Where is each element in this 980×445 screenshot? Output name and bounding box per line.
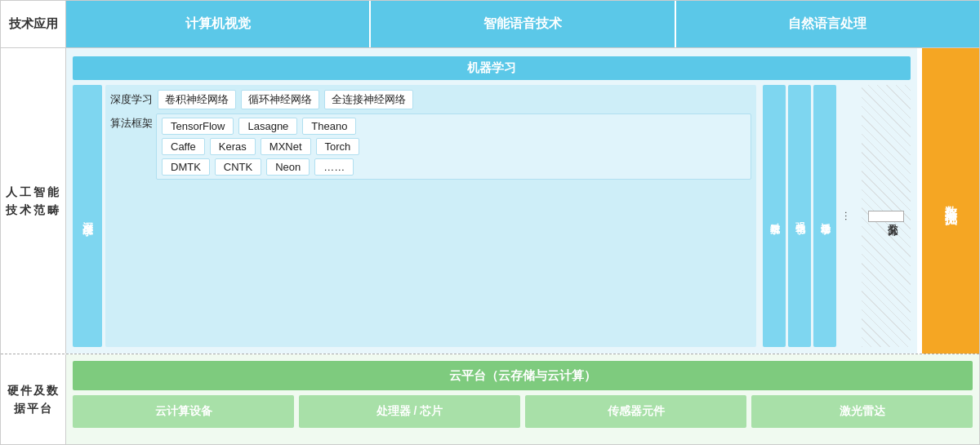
right-label-transfer: 迁移学习 <box>813 85 836 347</box>
dl-type-cnn: 卷积神经网络 <box>158 90 236 109</box>
algo-keras: Keras <box>210 138 256 155</box>
tech-cell-cv: 计算机视觉 <box>66 1 371 47</box>
algo-caffe: Caffe <box>162 138 205 155</box>
tech-cell-nlp: 自然语言处理 <box>676 1 979 47</box>
hw-cell-sensor: 传感器元件 <box>525 395 746 428</box>
crosshatch-col: 交叉部分 <box>862 85 911 347</box>
right-label-dots: … <box>839 85 858 347</box>
hw-cells-row: 云计算设备 处理器 / 芯片 传感器元件 激光雷达 <box>73 395 973 428</box>
crosshatch-label: 交叉部分 <box>868 211 904 222</box>
algo-dmtk: DMTK <box>162 158 210 176</box>
data-mining-col: 数据挖掘 <box>922 48 979 354</box>
hw-cell-processor: 处理器 / 芯片 <box>299 395 520 428</box>
algo-neon: Neon <box>266 158 310 176</box>
dl-types-row: 深度学习 卷积神经网络 循环神经网络 全连接神经网络 <box>110 90 751 109</box>
dl-types-label: 深度学习 <box>110 92 153 107</box>
section-tech-app: 技术应用 计算机视觉 智能语音技术 自然语言处理 <box>1 1 979 48</box>
dl-type-fcnn: 全连接神经网络 <box>324 90 413 109</box>
algo-theano: Theano <box>302 118 356 135</box>
machine-learning-header: 机器学习 <box>73 56 911 80</box>
hw-cell-lidar: 激光雷达 <box>751 395 973 428</box>
cloud-platform-row: 云平台（云存储与云计算） <box>73 361 973 390</box>
dl-type-rnn: 循环神经网络 <box>241 90 319 109</box>
section-hardware: 硬件及数 据平台 云平台（云存储与云计算） 云计算设备 处理器 / 芯片 传感器… <box>1 354 979 444</box>
tech-app-cells: 计算机视觉 智能语音技术 自然语言处理 <box>66 1 979 47</box>
right-labels: 对抗学习 强化学习 迁移学习 … <box>763 85 858 347</box>
section-ai: 人工智能 技术范畴 机器学习 深度学习 深度学习 卷积神经网络 循环神经网络 全… <box>1 48 979 354</box>
algo-mxnet: MXNet <box>261 138 311 155</box>
right-label-reinforcement: 强化学习 <box>788 85 811 347</box>
deep-learning-label: 深度学习 <box>73 85 102 347</box>
algo-label: 算法框架 <box>110 113 153 131</box>
algo-lasagne: Lasagne <box>238 118 297 135</box>
algo-framework: 算法框架 TensorFlow Lasagne Theano Caffe <box>110 113 751 180</box>
algo-torch: Torch <box>316 138 360 155</box>
algo-row-1: TensorFlow Lasagne Theano <box>162 118 746 135</box>
hw-content: 云平台（云存储与云计算） 云计算设备 处理器 / 芯片 传感器元件 激光雷达 <box>66 354 979 444</box>
algo-tensorflow: TensorFlow <box>162 118 234 135</box>
algo-grid: TensorFlow Lasagne Theano Caffe Keras MX… <box>156 113 751 180</box>
dl-inner: 深度学习 卷积神经网络 循环神经网络 全连接神经网络 算法框架 TensorFl… <box>105 85 756 347</box>
algo-row-2: Caffe Keras MXNet Torch <box>162 138 746 155</box>
tech-app-label: 技术应用 <box>1 1 66 47</box>
algo-more: …… <box>314 158 354 176</box>
hw-cell-cloud: 云计算设备 <box>73 395 294 428</box>
ai-content: 机器学习 深度学习 深度学习 卷积神经网络 循环神经网络 全连接神经网络 算法框… <box>66 48 917 354</box>
algo-cntk: CNTK <box>215 158 261 176</box>
main-container: 技术应用 计算机视觉 智能语音技术 自然语言处理 人工智能 技术范畴 机器学习 … <box>0 0 980 445</box>
ml-body: 深度学习 深度学习 卷积神经网络 循环神经网络 全连接神经网络 算法框架 <box>73 85 911 347</box>
hw-label: 硬件及数 据平台 <box>1 354 66 444</box>
right-label-adversarial: 对抗学习 <box>763 85 786 347</box>
algo-row-3: DMTK CNTK Neon …… <box>162 158 746 176</box>
tech-cell-speech: 智能语音技术 <box>371 1 675 47</box>
ai-row-label: 人工智能 技术范畴 <box>1 48 66 354</box>
